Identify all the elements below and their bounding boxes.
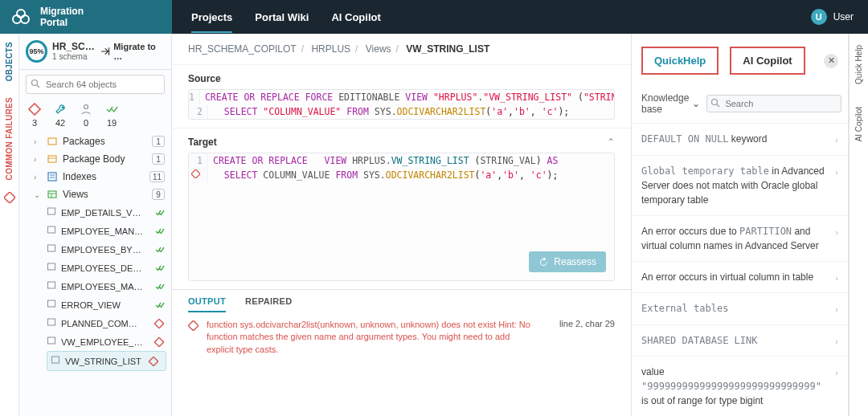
check-icon — [104, 102, 119, 116]
rail-tab-failures[interactable]: COMMON FAILURES — [5, 89, 14, 188]
view-item-icon — [47, 299, 56, 311]
nav-projects[interactable]: Projects — [191, 2, 232, 33]
view-item[interactable]: PLANNED_COM… — [47, 314, 171, 332]
nav-copilot[interactable]: AI Copilot — [331, 2, 380, 33]
kb-item[interactable]: SHARED DATABASE LINK› — [632, 324, 848, 357]
index-icon — [47, 171, 58, 182]
crumb-current: VW_STRING_LIST — [406, 43, 489, 55]
svg-rect-30 — [188, 320, 199, 331]
svg-rect-6 — [29, 104, 40, 115]
rail-tab-aicopilot[interactable]: AI Copilot — [854, 96, 863, 153]
search-icon — [710, 98, 720, 110]
migrate-button[interactable]: Migrate to … — [100, 42, 165, 61]
quickhelp-button[interactable]: QuickHelp — [641, 47, 719, 75]
user-menu[interactable]: U User — [811, 9, 868, 25]
target-code[interactable]: 1CREATE OR REPLACE VIEW HRPLUS.VW_STRING… — [188, 153, 615, 281]
package-icon — [47, 136, 58, 147]
view-item-icon — [47, 225, 56, 237]
status-ok-icon — [154, 207, 165, 218]
kb-item[interactable]: An error occurs in virtual column in tab… — [632, 261, 848, 293]
user-name: User — [833, 11, 854, 22]
view-item-icon — [47, 317, 56, 329]
crumb-owner[interactable]: HRPLUS — [311, 43, 350, 55]
node-packages[interactable]: › Packages 1 — [19, 133, 171, 150]
metric-unknown[interactable]: 0 — [79, 102, 93, 128]
center-panel: HR_SCHEMA_COPILOT/ HRPLUS/ Views/ VW_STR… — [172, 34, 632, 416]
metric-errors[interactable]: 3 — [27, 102, 42, 128]
svg-point-4 — [32, 80, 38, 86]
brand: Migration Portal — [0, 0, 172, 34]
chevron-right-icon: › — [34, 137, 42, 146]
chevron-right-icon: › — [830, 164, 838, 179]
collapse-target-icon[interactable]: ⌃ — [607, 137, 615, 148]
kb-item[interactable]: DEFAULT ON NULL keyword› — [632, 123, 848, 155]
tab-output[interactable]: OUTPUT — [188, 290, 226, 312]
node-indexes[interactable]: › Indexes 11 — [19, 168, 171, 186]
svg-rect-18 — [48, 226, 55, 233]
crumb-schema[interactable]: HR_SCHEMA_COPILOT — [188, 43, 297, 55]
status-ok-icon — [154, 226, 165, 236]
view-item[interactable]: EMPLOYEES_MA… — [47, 277, 171, 296]
svg-line-32 — [717, 104, 719, 107]
view-item[interactable]: ERROR_VIEW — [47, 296, 171, 314]
view-item[interactable]: VW_STRING_LIST — [47, 351, 166, 371]
close-panel-icon[interactable]: ✕ — [824, 54, 838, 68]
source-code[interactable]: 1CREATE OR REPLACE FORCE EDITIONABLE VIE… — [188, 89, 615, 120]
svg-rect-9 — [48, 156, 56, 162]
status-error-icon — [148, 357, 159, 366]
view-item[interactable]: VW_EMPLOYEE_… — [47, 332, 171, 351]
metric-ok[interactable]: 19 — [104, 102, 119, 128]
view-item[interactable]: EMPLOYEES_DE… — [47, 259, 171, 277]
node-package-body[interactable]: › Package Body 1 — [19, 150, 171, 168]
crumb-type[interactable]: Views — [366, 43, 391, 55]
chevron-right-icon: › — [830, 132, 838, 147]
svg-line-5 — [37, 85, 39, 88]
svg-rect-21 — [48, 282, 55, 288]
nav-wiki[interactable]: Portal Wiki — [255, 2, 309, 33]
search-icon — [31, 79, 40, 91]
svg-rect-14 — [48, 191, 56, 198]
output-error-icon — [188, 319, 199, 333]
svg-rect-27 — [52, 357, 59, 363]
chevron-right-icon: › — [830, 301, 838, 316]
svg-rect-17 — [48, 208, 55, 214]
wrench-icon — [53, 102, 68, 116]
error-icon — [27, 102, 42, 116]
view-item-label: VW_EMPLOYEE_… — [61, 337, 149, 347]
chevron-down-icon: ⌄ — [34, 190, 42, 199]
reassess-button[interactable]: Reassess — [529, 251, 606, 272]
view-item[interactable]: EMPLOYEES_BY… — [47, 240, 171, 259]
kb-search-input[interactable] — [706, 95, 841, 112]
svg-rect-24 — [154, 319, 163, 328]
metric-warnings[interactable]: 42 — [53, 102, 68, 128]
migrate-icon — [100, 46, 110, 57]
view-item-label: EMPLOYEES_BY… — [61, 245, 149, 255]
view-item[interactable]: EMPLOYEE_MAN… — [47, 222, 171, 240]
rail-tab-objects[interactable]: OBJECTS — [5, 34, 14, 89]
kb-item[interactable]: An error occurs due to PARTITION and vir… — [632, 215, 848, 261]
output-message: function sys.odcivarchar2list(unknown, u… — [207, 319, 535, 356]
svg-rect-23 — [48, 319, 55, 325]
status-error-icon — [154, 337, 165, 347]
svg-point-7 — [84, 105, 88, 109]
brand-line1: Migration — [40, 6, 84, 17]
tab-repaired[interactable]: REPAIRED — [245, 290, 292, 312]
kb-dropdown[interactable]: Knowledge base ⌄ — [641, 92, 700, 115]
svg-rect-11 — [48, 173, 56, 181]
brand-line2: Portal — [40, 17, 84, 28]
svg-rect-25 — [48, 337, 55, 344]
view-item[interactable]: EMP_DETAILS_V… — [47, 203, 171, 222]
object-search-input[interactable] — [26, 75, 165, 94]
rail-tab-quickhelp[interactable]: Quick Help — [854, 34, 863, 96]
node-views[interactable]: ⌄ Views 9 — [19, 186, 171, 203]
kb-item[interactable]: Global temporary table in Advanced Serve… — [632, 155, 848, 215]
refresh-icon — [538, 257, 549, 267]
progress-ring: 95% — [26, 40, 47, 63]
chevron-right-icon: › — [34, 173, 42, 181]
kb-item[interactable]: value "99999999999999999999999999999" is… — [632, 356, 848, 416]
status-ok-icon — [154, 281, 165, 292]
svg-point-2 — [17, 10, 25, 18]
aicopilot-button[interactable]: AI Copilot — [730, 47, 805, 75]
svg-point-0 — [13, 15, 21, 23]
kb-item[interactable]: External tables› — [632, 292, 848, 324]
